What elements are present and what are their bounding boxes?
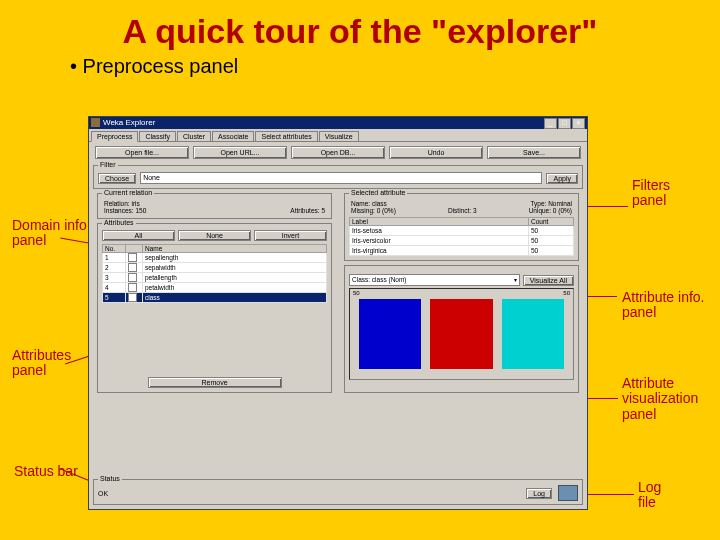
table-row: Iris-versicolor50 (350, 236, 574, 246)
current-relation-panel: Current relation Relation: iris Instance… (97, 193, 332, 219)
slide-title: A quick tour of the "explorer" (0, 0, 720, 51)
tab-preprocess[interactable]: Preprocess (91, 131, 138, 142)
relation-name: iris (131, 200, 139, 207)
undo-button[interactable]: Undo (389, 146, 483, 159)
attribute-visualization-panel: Class: class (Nom) Visualize All 50 50 (344, 265, 579, 393)
sel-missing: 0 (0%) (377, 207, 396, 214)
window-max-button[interactable]: □ (558, 118, 571, 129)
filter-label: Filter (98, 161, 118, 168)
relation-name-label: Relation: (104, 200, 130, 207)
checkbox-icon[interactable] (128, 263, 137, 272)
log-button[interactable]: Log (526, 488, 552, 499)
filter-choose-button[interactable]: Choose (98, 173, 136, 184)
sel-missing-label: Missing: (351, 207, 375, 214)
attributes-count: 5 (321, 207, 325, 214)
filter-apply-button[interactable]: Apply (546, 173, 578, 184)
hist-bar-1 (359, 299, 421, 369)
val-col-count: Count (529, 218, 574, 226)
window-titlebar[interactable]: Weka Explorer _ □ × (89, 117, 587, 129)
tab-associate[interactable]: Associate (212, 131, 254, 141)
sel-unique-label: Unique: (529, 207, 551, 214)
ann-filters: Filterspanel (632, 178, 670, 209)
hist-bar-3 (502, 299, 564, 369)
open-file-button[interactable]: Open file... (95, 146, 189, 159)
checkbox-icon[interactable] (128, 283, 137, 292)
open-db-button[interactable]: Open DB... (291, 146, 385, 159)
ann-attr-info: Attribute info.panel (622, 290, 705, 321)
current-relation-label: Current relation (102, 189, 154, 196)
attr-col-no: No. (103, 245, 126, 253)
tab-strip: Preprocess Classify Cluster Associate Se… (89, 129, 587, 142)
histogram: 50 50 (349, 288, 574, 380)
table-row[interactable]: 2sepalwidth (103, 263, 327, 273)
table-row[interactable]: 4petalwidth (103, 283, 327, 293)
attr-all-button[interactable]: All (102, 230, 175, 241)
window-title: Weka Explorer (103, 118, 155, 127)
tab-classify[interactable]: Classify (139, 131, 176, 141)
checkbox-icon[interactable] (128, 293, 137, 302)
class-combo[interactable]: Class: class (Nom) (349, 274, 520, 286)
weka-bird-icon (558, 485, 578, 501)
checkbox-icon[interactable] (128, 253, 137, 262)
window-close-button[interactable]: × (572, 118, 585, 129)
attributes-count-label: Attributes: (290, 207, 319, 214)
table-row[interactable]: 1sepallength (103, 253, 327, 263)
sel-name-label: Name: (351, 200, 370, 207)
sel-unique: 0 (0%) (553, 207, 572, 214)
attr-col-name: Name (143, 245, 327, 253)
tab-cluster[interactable]: Cluster (177, 131, 211, 141)
attribute-table[interactable]: No. Name 1sepallength 2sepalwidth 3petal… (102, 244, 327, 303)
instances-value: 150 (135, 207, 146, 214)
filter-panel: Filter Choose None Apply (93, 165, 583, 189)
tab-visualize[interactable]: Visualize (319, 131, 359, 141)
save-button[interactable]: Save... (487, 146, 581, 159)
sel-distinct: 3 (473, 207, 477, 214)
sel-distinct-label: Distinct: (448, 207, 471, 214)
status-label: Status (98, 475, 122, 482)
sel-type: Nominal (548, 200, 572, 207)
values-table: Label Count Iris-setosa50 Iris-versicolo… (349, 217, 574, 256)
attributes-label: Attributes (102, 219, 136, 226)
sel-type-label: Type: (530, 200, 546, 207)
slide-bullet: Preprocess panel (70, 55, 720, 78)
attr-none-button[interactable]: None (178, 230, 251, 241)
attr-invert-button[interactable]: Invert (254, 230, 327, 241)
table-row: Iris-setosa50 (350, 226, 574, 236)
app-icon (91, 118, 100, 127)
open-url-button[interactable]: Open URL... (193, 146, 287, 159)
weka-explorer-window: Weka Explorer _ □ × Preprocess Classify … (88, 116, 588, 510)
filter-value-field[interactable]: None (140, 172, 542, 184)
visualize-all-button[interactable]: Visualize All (523, 275, 574, 286)
instances-label: Instances: (104, 207, 134, 214)
remove-button[interactable]: Remove (148, 377, 282, 388)
ann-attr-viz: Attributevisualizationpanel (622, 376, 698, 422)
ann-log: Logfile (638, 480, 661, 511)
status-text: OK (98, 490, 520, 497)
selected-attr-label: Selected attribute (349, 189, 407, 196)
table-row: Iris-virginica50 (350, 246, 574, 256)
window-min-button[interactable]: _ (544, 118, 557, 129)
ann-domain: Domain info.panel (12, 218, 91, 249)
table-row[interactable]: 3petallength (103, 273, 327, 283)
hist-bar-2 (430, 299, 492, 369)
hist-axis-left: 50 (353, 290, 360, 296)
attr-col-check (126, 245, 143, 253)
status-bar: Status OK Log (89, 477, 587, 509)
selected-attribute-panel: Selected attribute Name: class Type: Nom… (344, 193, 579, 261)
ann-attributes: Attributespanel (12, 348, 71, 379)
checkbox-icon[interactable] (128, 273, 137, 282)
sel-name: class (372, 200, 387, 207)
hist-axis-right: 50 (563, 290, 570, 296)
attributes-panel: Attributes All None Invert No. Name 1sep… (97, 223, 332, 393)
open-toolbar: Open file... Open URL... Open DB... Undo… (89, 142, 587, 163)
val-col-label: Label (350, 218, 529, 226)
tab-select-attributes[interactable]: Select attributes (255, 131, 317, 141)
table-row[interactable]: 5class (103, 293, 327, 303)
